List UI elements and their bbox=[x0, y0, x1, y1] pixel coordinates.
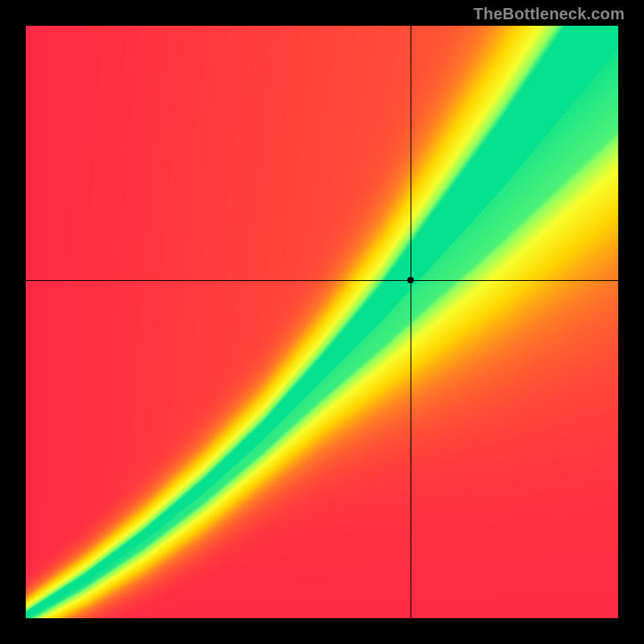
chart-frame: TheBottleneck.com bbox=[0, 0, 644, 644]
marker-dot bbox=[407, 277, 414, 283]
heatmap-plot bbox=[26, 26, 618, 618]
crosshair-horizontal bbox=[26, 280, 618, 281]
watermark-text: TheBottleneck.com bbox=[473, 5, 625, 23]
crosshair-vertical bbox=[411, 26, 411, 618]
heatmap-canvas bbox=[26, 26, 618, 618]
